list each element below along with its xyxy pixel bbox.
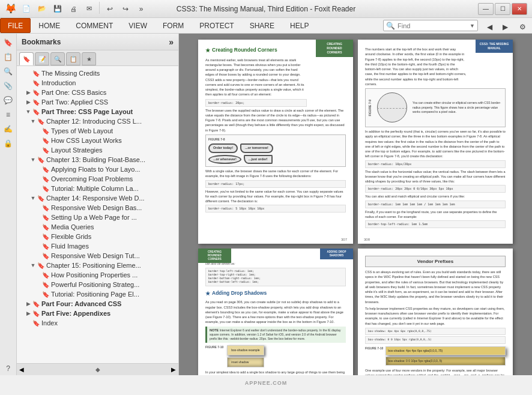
item-label: Powerful Positioning Strateg... <box>51 281 139 288</box>
sidebar-item-ch15[interactable]: ▼ 🔖 Chapter 15: Positioning Eleme... <box>17 261 178 270</box>
section-star-icon-2: ★ <box>205 290 210 298</box>
menu-help[interactable]: HELP <box>282 18 316 33</box>
folder-icon: 🔖 <box>32 109 40 115</box>
side-icon-comment[interactable]: 💬 <box>2 94 15 107</box>
menu-comment[interactable]: COMMENT <box>68 18 121 33</box>
sidebar-item-media[interactable]: 🔖 Media Queries <box>17 222 178 232</box>
sidebar-item-floats[interactable]: 🔖 Applying Floats to Your Layo... <box>17 164 178 174</box>
item-label: Responsive Web Design Bas... <box>51 204 142 211</box>
sidebar-item-part5[interactable]: ▶ 🔖 Part Five: Appendixes <box>17 309 178 318</box>
side-icon-signature[interactable]: ✍ <box>2 122 15 136</box>
shadow-figure-content: box-shadow: 4px 4px 6px rgba(0,0,0,.75) … <box>385 346 506 366</box>
sidebar-item-tutorial-col[interactable]: 🔖 Tutorial: Multiple Column La... <box>17 184 178 193</box>
item-label: Chapter 13: Building Float-Base... <box>46 156 145 163</box>
left-page-2-content: can also be written as: border-top-left-… <box>198 249 353 375</box>
side-icon-search[interactable]: 🔍 <box>2 65 15 78</box>
sidebar-tab-1[interactable]: 🔖 <box>19 52 34 65</box>
side-icon-attach[interactable]: 📎 <box>2 79 15 92</box>
circle-diameter-line <box>377 108 407 109</box>
page-section-title: ★ Creating Rounded Corners <box>205 47 307 55</box>
sidebar-nav-left[interactable]: ◀ <box>19 366 24 373</box>
sidebar-tab-3[interactable]: 🔍 <box>50 52 65 65</box>
sidebar-title: Bookmarks <box>22 38 61 46</box>
sidebar-item-part4[interactable]: ▶ 🔖 Part Four: Advanced CSS <box>17 299 178 309</box>
side-icon-layers[interactable]: ≡ <box>2 108 15 121</box>
note-box: NOTE Internet Explorer 6 and earlier don… <box>205 327 346 343</box>
right-body-2: In addition to the perfectly round (that… <box>365 129 506 159</box>
menu-form[interactable]: FORM <box>155 18 192 33</box>
side-icon-bookmarks[interactable]: 🔖 <box>2 36 15 49</box>
side-icon-pages[interactable]: 📋 <box>2 50 15 64</box>
sidebar-item-part2[interactable]: ▶ 🔖 Part Two: Applied CSS <box>17 97 178 107</box>
sidebar-item-positioning[interactable]: 🔖 How Positioning Properties ... <box>17 270 178 280</box>
page-left-1: CREATINGROUNDEDCORNERS ★ Creating Rounde… <box>198 40 353 244</box>
shadow-box-1: box-shadow example <box>227 345 264 355</box>
sidebar-item-part1[interactable]: ▶ 🔖 Part One: CSS Basics <box>17 88 178 97</box>
side-icon-security[interactable]: 🔒 <box>2 137 15 150</box>
figure-7-10-area: FIGURE 7-10 box-shadow example inset sha… <box>205 345 346 367</box>
bookmark-icon: 🔖 <box>42 243 49 250</box>
sidebar-expand[interactable]: » <box>169 37 174 47</box>
circle-shape <box>377 92 407 122</box>
circle-diagram <box>376 91 409 124</box>
menu-protect[interactable]: PROTECT <box>192 18 241 33</box>
item-label: Chapter 14: Responsive Web D... <box>46 194 145 202</box>
sidebar-item-ch14[interactable]: ▼ 🔖 Chapter 14: Responsive Web D... <box>17 193 178 203</box>
btn-whenever: ...or whenever! <box>208 155 241 164</box>
sidebar-item-setup[interactable]: 🔖 Setting Up a Web Page for ... <box>17 213 178 222</box>
sidebar-nav-right[interactable]: ▶ <box>171 366 176 373</box>
item-label: Part One: CSS Basics <box>41 89 106 96</box>
search-input[interactable] <box>397 22 470 29</box>
folder-icon: 🔖 <box>37 118 44 125</box>
sidebar-item-rwd-tutorial[interactable]: 🔖 Responsive Web Design Tut... <box>17 251 178 261</box>
menu-share[interactable]: SHARE <box>242 18 282 33</box>
sidebar-tab-5[interactable]: ★ <box>82 52 96 65</box>
settings-button[interactable]: ⚙ <box>515 20 530 34</box>
item-label: Part Three: CSS Page Layout <box>41 108 133 115</box>
vendor-prefix-title: Vendor Prefixes <box>365 256 506 267</box>
drop-shadows-label: Adding Drop Shadows <box>212 290 267 297</box>
right-page-banner: CSS3: THE MISSING MANUAL <box>476 40 513 53</box>
close-button[interactable]: ✕ <box>512 3 527 15</box>
sidebar-item-grids[interactable]: 🔖 Flexible Grids <box>17 232 178 241</box>
bookmark-icon: 🔖 <box>42 147 49 154</box>
content-area[interactable]: CREATINGROUNDEDCORNERS ★ Creating Rounde… <box>179 34 532 375</box>
sidebar-item-fluid-images[interactable]: 🔖 Fluid Images <box>17 241 178 251</box>
search-bar[interactable]: 🔍 ▼ <box>383 20 478 31</box>
sidebar-item-ch12[interactable]: ▼ 🔖 Chapter 12: Introducing CSS L... <box>17 116 178 126</box>
sidebar-item-types[interactable]: 🔖 Types of Web Layout <box>17 126 178 136</box>
arrow-icon: ▼ <box>29 262 37 268</box>
side-icon-help[interactable]: ? <box>2 362 15 375</box>
figure-label: FIGURE 7-8 <box>208 137 343 142</box>
code-block-r2: border-radius: 20px 20px 0 0/10px 30px 5… <box>365 185 506 193</box>
sidebar-item-rwd-basics[interactable]: 🔖 Responsive Web Design Bas... <box>17 203 178 213</box>
sidebar-item-layout[interactable]: 🔖 Layout Strategies <box>17 145 178 155</box>
sidebar-item-tutorial-pos[interactable]: 🔖 Tutorial: Positioning Page El... <box>17 289 178 299</box>
bookmark-icon: 🔖 <box>42 253 49 259</box>
minimize-button[interactable]: — <box>478 3 494 15</box>
sidebar-item-ch13[interactable]: ▼ 🔖 Chapter 13: Building Float-Base... <box>17 155 178 164</box>
sidebar-item-how-css[interactable]: 🔖 How CSS Layout Works <box>17 136 178 145</box>
sidebar-item-part3[interactable]: ▼ 🔖 Part Three: CSS Page Layout <box>17 107 178 116</box>
search-dropdown-icon[interactable]: ▼ <box>470 23 475 29</box>
item-label: Applying Floats to Your Layo... <box>51 166 141 173</box>
sidebar-item-intro[interactable]: 🔖 Introduction <box>17 78 178 88</box>
nav-back[interactable]: ◀ <box>482 20 497 34</box>
menu-view[interactable]: VIEW <box>121 18 155 33</box>
sidebar-item-index[interactable]: 🔖 Index <box>17 318 178 328</box>
arrow-icon: ▶ <box>24 99 32 105</box>
code-block-3: border-radius: 5 10px 10px 10px <box>205 205 346 213</box>
menu-home[interactable]: HOME <box>31 18 68 33</box>
menu-file[interactable]: FILE <box>0 18 31 33</box>
item-label: Fluid Images <box>51 243 89 250</box>
item-label: Types of Web Layout <box>51 127 113 134</box>
nav-forward[interactable]: ▶ <box>498 20 512 34</box>
sidebar-tab-2[interactable]: 📝 <box>35 52 49 65</box>
sidebar-tab-4[interactable]: 📋 <box>66 52 80 65</box>
figure-content: Order today! ...or tomorrow! <box>208 143 343 153</box>
sidebar-item-credits[interactable]: 🔖 The Missing Credits <box>17 68 178 78</box>
sidebar-item-overcoming[interactable]: 🔖 Overcoming Float Problems <box>17 174 178 184</box>
bookmark-icon: 🔖 <box>42 166 49 173</box>
sidebar-item-powerful[interactable]: 🔖 Powerful Positioning Strateg... <box>17 280 178 289</box>
maximize-button[interactable]: ☐ <box>495 3 510 15</box>
